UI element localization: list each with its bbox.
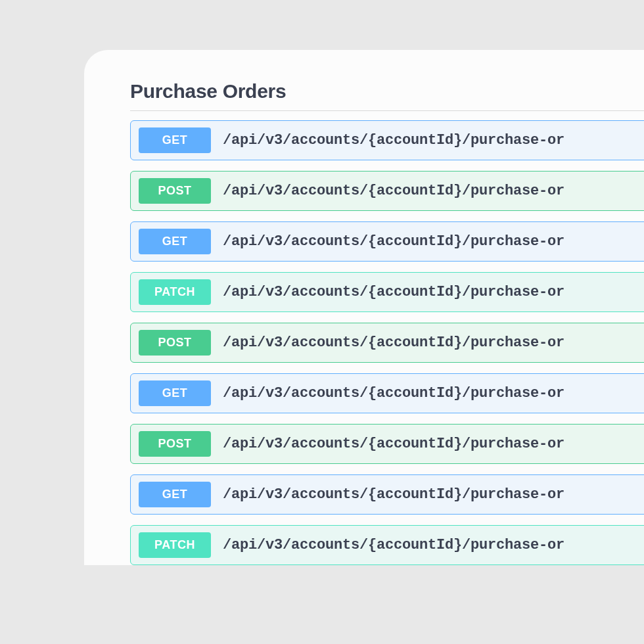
endpoint-row[interactable]: GET/api/v3/accounts/{accountId}/purchase… [130, 221, 644, 262]
method-badge: PATCH [139, 532, 211, 558]
endpoint-path: /api/v3/accounts/{accountId}/purchase-or [223, 385, 564, 402]
endpoint-list: GET/api/v3/accounts/{accountId}/purchase… [130, 120, 644, 565]
endpoint-path: /api/v3/accounts/{accountId}/purchase-or [223, 183, 564, 199]
endpoint-path: /api/v3/accounts/{accountId}/purchase-or [223, 436, 564, 452]
endpoint-path: /api/v3/accounts/{accountId}/purchase-or [223, 537, 564, 553]
endpoint-row[interactable]: GET/api/v3/accounts/{accountId}/purchase… [130, 474, 644, 515]
method-badge: POST [139, 431, 211, 457]
endpoint-row[interactable]: PATCH/api/v3/accounts/{accountId}/purcha… [130, 272, 644, 312]
endpoint-row[interactable]: GET/api/v3/accounts/{accountId}/purchase… [130, 120, 644, 160]
section-title: Purchase Orders [130, 80, 644, 103]
method-badge: POST [139, 330, 211, 356]
endpoint-row[interactable]: POST/api/v3/accounts/{accountId}/purchas… [130, 171, 644, 211]
endpoint-row[interactable]: PATCH/api/v3/accounts/{accountId}/purcha… [130, 525, 644, 565]
api-docs-panel: Purchase Orders GET/api/v3/accounts/{acc… [84, 50, 644, 565]
section-divider [130, 110, 644, 111]
endpoint-row[interactable]: POST/api/v3/accounts/{accountId}/purchas… [130, 323, 644, 363]
method-badge: GET [139, 380, 211, 406]
endpoint-path: /api/v3/accounts/{accountId}/purchase-or [223, 284, 564, 300]
endpoint-path: /api/v3/accounts/{accountId}/purchase-or [223, 486, 564, 503]
method-badge: GET [139, 127, 211, 153]
method-badge: GET [139, 482, 211, 507]
method-badge: GET [139, 229, 211, 254]
endpoint-path: /api/v3/accounts/{accountId}/purchase-or [223, 334, 564, 351]
endpoint-path: /api/v3/accounts/{accountId}/purchase-or [223, 233, 564, 250]
endpoint-path: /api/v3/accounts/{accountId}/purchase-or [223, 132, 564, 149]
method-badge: POST [139, 178, 211, 204]
method-badge: PATCH [139, 279, 211, 305]
endpoint-row[interactable]: POST/api/v3/accounts/{accountId}/purchas… [130, 424, 644, 464]
endpoint-row[interactable]: GET/api/v3/accounts/{accountId}/purchase… [130, 373, 644, 413]
